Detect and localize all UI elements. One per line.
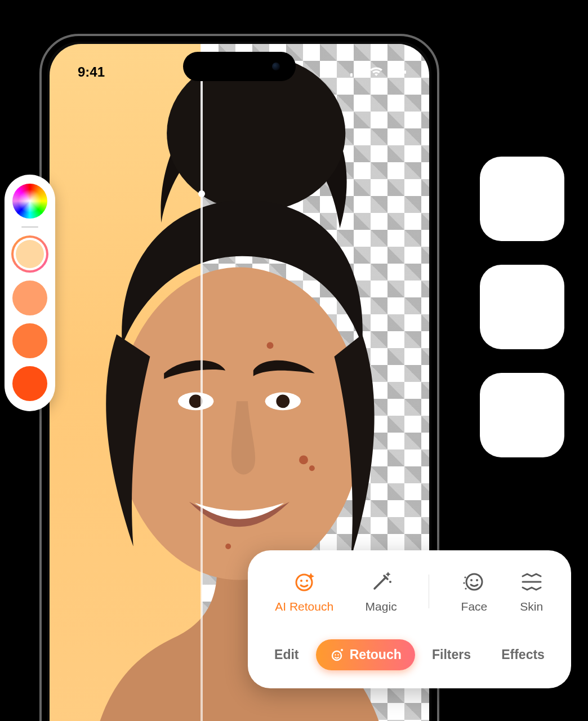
color-swatch-4[interactable] <box>12 366 47 401</box>
retouch-icon <box>329 648 344 662</box>
status-bar: 9:41 <box>50 61 429 83</box>
status-time: 9:41 <box>78 64 105 80</box>
skin-icon <box>519 569 544 594</box>
tab-label: Effects <box>501 647 545 662</box>
side-tile-3[interactable] <box>480 373 564 457</box>
tool-label: AI Retouch <box>275 600 333 613</box>
svg-rect-12 <box>357 69 359 77</box>
svg-point-31 <box>341 649 343 651</box>
tool-skin[interactable]: Skin <box>519 569 544 613</box>
color-swatch-2[interactable] <box>12 281 47 315</box>
magic-wand-icon <box>369 569 394 594</box>
color-swatch-3[interactable] <box>12 323 47 358</box>
tool-label: Skin <box>520 600 543 613</box>
color-swatch-1[interactable] <box>11 235 48 273</box>
tool-magic[interactable]: Magic <box>366 569 397 613</box>
tab-edit[interactable]: Edit <box>261 639 312 670</box>
tab-row: Edit Retouch Filters Effects <box>259 639 560 670</box>
svg-point-30 <box>337 654 338 655</box>
side-tile-1[interactable] <box>480 157 564 241</box>
color-picker-panel <box>5 175 55 411</box>
side-button <box>438 323 439 408</box>
color-wheel[interactable] <box>12 184 47 219</box>
tab-effects[interactable]: Effects <box>488 639 558 670</box>
face-icon <box>462 569 487 594</box>
svg-point-19 <box>306 580 308 582</box>
tool-label: Magic <box>366 600 397 613</box>
side-tile-2[interactable] <box>480 265 564 349</box>
wifi-icon <box>369 64 383 80</box>
svg-point-24 <box>464 576 466 578</box>
tool-row: AI Retouch Magic <box>259 569 560 613</box>
compare-divider[interactable] <box>201 44 203 721</box>
tool-face[interactable]: Face <box>461 569 488 613</box>
tab-label: Retouch <box>350 647 402 662</box>
svg-rect-16 <box>404 70 406 74</box>
svg-rect-11 <box>354 71 356 77</box>
separator <box>21 226 38 228</box>
svg-point-23 <box>476 579 478 581</box>
svg-rect-13 <box>360 66 363 77</box>
tab-label: Edit <box>274 647 299 662</box>
photo-bg-colored <box>50 44 202 721</box>
svg-rect-15 <box>389 69 403 75</box>
svg-point-21 <box>466 574 482 590</box>
svg-point-28 <box>332 651 341 660</box>
svg-point-25 <box>463 582 465 584</box>
signal-icon <box>350 64 365 80</box>
svg-point-22 <box>470 579 473 581</box>
divider <box>429 575 429 608</box>
tab-retouch[interactable]: Retouch <box>316 639 415 670</box>
svg-point-20 <box>389 581 391 583</box>
ai-retouch-icon <box>292 569 317 594</box>
svg-point-29 <box>335 654 336 655</box>
svg-rect-10 <box>350 73 353 77</box>
tool-label: Face <box>461 600 488 613</box>
editor-toolbar: AI Retouch Magic <box>248 550 571 688</box>
tab-filters[interactable]: Filters <box>418 639 484 670</box>
svg-point-26 <box>465 588 466 589</box>
tool-ai-retouch[interactable]: AI Retouch <box>275 569 333 613</box>
svg-point-18 <box>300 580 302 582</box>
battery-icon <box>387 64 407 80</box>
status-right <box>350 64 407 80</box>
tab-label: Filters <box>432 647 471 662</box>
